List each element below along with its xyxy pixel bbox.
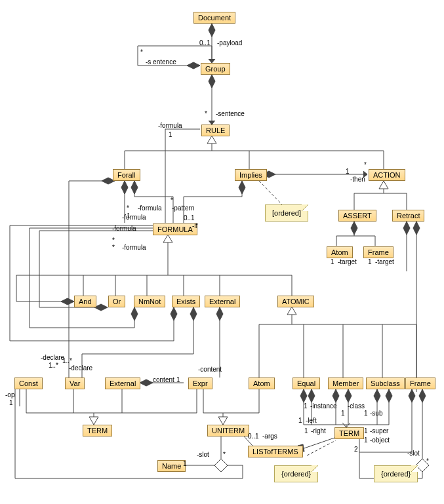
lbl-if: -if (192, 222, 197, 229)
class-uniterm: UNITERM (207, 425, 249, 436)
class-term2: TERM (334, 427, 364, 439)
svg-marker-31 (131, 181, 138, 194)
svg-marker-50 (94, 304, 108, 311)
svg-marker-24 (413, 222, 420, 235)
svg-marker-29 (121, 181, 128, 194)
svg-marker-22 (403, 222, 410, 235)
class-subclass: Subclass (366, 378, 405, 389)
lbl-slot2m: * (426, 457, 429, 465)
lbl-slot2: -slot (407, 450, 420, 457)
lbl-object-m: 1 (364, 436, 368, 444)
lbl-two: 2 (354, 446, 358, 453)
lbl-formula2: -formula (122, 214, 146, 221)
lbl-declare1m: 1..* (49, 362, 58, 369)
lbl-formula-rule: -formula (158, 122, 182, 129)
svg-marker-56 (287, 307, 296, 315)
lbl-argsm: 0..1 (248, 433, 259, 440)
class-forall: Forall (113, 169, 140, 181)
lbl-if-m: 0..1 (184, 214, 195, 222)
lbl-star-action: * (364, 161, 367, 168)
lbl-formula2m: * (112, 237, 115, 244)
lbl-star1: * (140, 48, 143, 56)
note-ordered-1: [ordered] (265, 204, 308, 222)
class-external2: External (105, 378, 140, 389)
lbl-left-m: 1 (298, 417, 302, 424)
svg-marker-49 (61, 298, 74, 305)
svg-marker-4 (209, 75, 215, 88)
lbl-class-m: 1 (341, 410, 345, 417)
svg-marker-70 (345, 389, 352, 402)
class-atom2: Atom (249, 378, 275, 389)
class-atom-small: Atom (327, 246, 353, 258)
svg-marker-111 (190, 307, 197, 320)
lbl-args: -args (262, 433, 277, 440)
class-frame-small: Frame (363, 246, 394, 258)
lbl-pattern: -pattern (172, 204, 194, 212)
lbl-formula4: -formula (112, 225, 136, 232)
lbl-content1: content (153, 376, 174, 383)
svg-marker-54 (216, 307, 223, 320)
lbl-declare2: -declare (69, 364, 92, 372)
lbl-super: -super (370, 427, 388, 435)
lbl-target2m: 1 (368, 258, 372, 265)
class-term1: TERM (83, 425, 112, 436)
lbl-target2: -target (375, 258, 394, 265)
svg-marker-105 (214, 459, 228, 472)
svg-marker-52 (171, 307, 177, 320)
lbl-content1m: 1 (176, 376, 180, 383)
lbl-then-m: 1 (346, 168, 350, 175)
lbl-content2: -content (198, 366, 222, 373)
svg-line-86 (307, 440, 336, 456)
lbl-sentence: -sentence (216, 110, 245, 117)
lbl-sentence-self: -s entence (146, 58, 176, 66)
class-action: ACTION (369, 169, 405, 181)
svg-marker-12 (379, 181, 388, 189)
class-var: Var (65, 378, 85, 389)
svg-marker-72 (374, 389, 380, 402)
lbl-formula1: -formula (138, 204, 162, 212)
svg-marker-78 (419, 389, 426, 402)
lbl-then: -then (350, 176, 365, 183)
class-or: Or (108, 296, 125, 307)
class-implies: Implies (235, 169, 267, 181)
lbl-instance-m: 1 (304, 402, 308, 410)
lbl-payload: -payload (217, 39, 242, 47)
svg-marker-41 (163, 235, 172, 242)
class-member: Member (328, 378, 363, 389)
svg-marker-68 (333, 389, 339, 402)
note-ordered-2: {ordered} (274, 465, 318, 482)
lbl-declare1: -declare (41, 354, 64, 361)
svg-marker-66 (308, 389, 315, 402)
lbl-opm: 1 (9, 399, 13, 406)
svg-marker-51 (131, 307, 138, 320)
lbl-declare2m: 1..* (62, 357, 72, 364)
lbl-class: -class (348, 402, 365, 410)
lbl-object: -object (370, 436, 390, 444)
class-external1: External (205, 296, 240, 307)
class-equal: Equal (293, 378, 320, 389)
class-and: And (74, 296, 96, 307)
lbl-op: -op (5, 391, 14, 398)
class-expr: Expr (188, 378, 212, 389)
svg-marker-2 (187, 62, 200, 69)
lbl-star3: * (127, 204, 129, 212)
svg-marker-89 (89, 417, 98, 425)
svg-marker-64 (300, 389, 307, 402)
lbl-instance: -instance (310, 402, 337, 410)
lbl-pattern-m: * (171, 197, 173, 204)
lbl-right-m: 1 (304, 427, 308, 435)
lbl-m01a: 0..1 (199, 39, 211, 47)
class-retract: Retract (392, 210, 424, 222)
svg-marker-17 (351, 222, 357, 235)
svg-marker-76 (409, 389, 415, 402)
class-formula: FORMULA (153, 223, 197, 235)
svg-marker-96 (140, 379, 153, 386)
lbl-formula3m: * (112, 244, 115, 251)
lbl-left: -left (306, 417, 317, 424)
svg-marker-74 (386, 389, 392, 402)
class-exists: Exists (172, 296, 200, 307)
class-group: Group (201, 63, 230, 75)
svg-line-27 (259, 181, 282, 204)
svg-marker-98 (218, 417, 228, 425)
svg-marker-6 (207, 136, 216, 144)
